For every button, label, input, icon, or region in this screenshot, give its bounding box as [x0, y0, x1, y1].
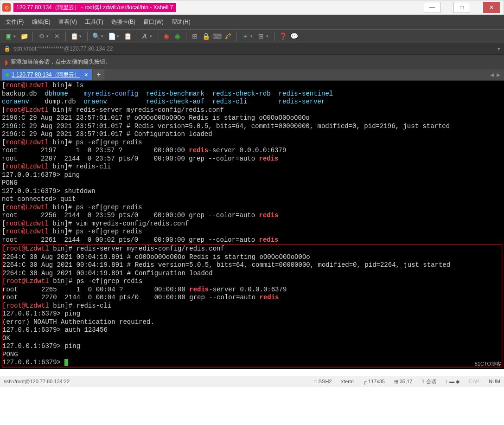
new-session-icon[interactable]: ▣: [4, 32, 13, 41]
close-button[interactable]: ✕: [483, 2, 500, 13]
grid-icon[interactable]: ⊞: [256, 32, 266, 41]
flag-icon[interactable]: ◗: [5, 58, 8, 66]
add-tab-button[interactable]: +: [93, 69, 104, 80]
highlight-icon[interactable]: 🖍: [223, 32, 233, 41]
tab-prev-icon[interactable]: ◀: [490, 72, 494, 78]
maximize-button[interactable]: □: [453, 2, 470, 13]
help-icon[interactable]: ❓: [278, 32, 287, 41]
font-icon[interactable]: A: [140, 32, 149, 41]
highlighted-region: [root@Lzdwtl bin]# redis-server myredis-…: [2, 245, 502, 367]
tab-next-icon[interactable]: ▶: [497, 72, 500, 78]
dropdown-icon[interactable]: ▾: [101, 34, 103, 39]
status-indicators: ↕ ▬ ◆: [446, 379, 460, 385]
status-cursor: ⊞ 35,17: [394, 379, 413, 385]
menu-window[interactable]: 窗口(W): [143, 19, 163, 25]
titlebar: ⊙ 120.77.80.134（阿里云） - root@Lzdwtl:/usr/…: [0, 0, 504, 15]
menu-help[interactable]: 帮助(H): [172, 19, 191, 25]
tab-label: 1 120.77.80.134（阿里云）: [12, 71, 80, 79]
tunnel-icon[interactable]: ⊞: [190, 32, 199, 41]
add-icon[interactable]: +: [241, 32, 250, 41]
lock-icon[interactable]: 🔒: [201, 32, 211, 41]
status-bar: ssh://root@120.77.80.134:22 □ SSH2 xterm…: [0, 376, 504, 387]
watermark: 51CTO博客: [0, 361, 501, 367]
dropdown-icon[interactable]: ▾: [79, 34, 82, 39]
lock-icon: 🔒: [4, 45, 11, 52]
xshell-icon[interactable]: ◉: [162, 32, 171, 41]
status-size: ┌ 117x35: [363, 379, 385, 384]
menu-file[interactable]: 文件(F): [6, 19, 24, 25]
terminal[interactable]: [root@Lzdwtl bin]# ls backup.db dbhome m…: [0, 80, 504, 369]
tab-row: 1 120.77.80.134（阿里云） × + ◀ ▶: [0, 69, 504, 80]
feedback-icon[interactable]: 💬: [289, 32, 299, 41]
menu-tools[interactable]: 工具(T): [85, 19, 103, 25]
keyboard-icon[interactable]: ⌨: [212, 32, 222, 41]
chevron-down-icon[interactable]: ▾: [498, 46, 500, 52]
menubar: 文件(F) 编辑(E) 查看(V) 工具(T) 选项卡(B) 窗口(W) 帮助(…: [0, 15, 504, 29]
status-protocol: □ SSH2: [314, 379, 332, 384]
status-path: ssh://root@120.77.80.134:22: [4, 379, 70, 384]
dropdown-icon[interactable]: ▾: [46, 34, 49, 39]
menu-tabs[interactable]: 选项卡(B): [111, 19, 135, 25]
copy-icon[interactable]: 📄: [107, 32, 116, 41]
status-num: NUM: [489, 379, 500, 384]
properties-icon[interactable]: 📋: [70, 32, 79, 41]
reconnect-icon[interactable]: ⟲: [37, 32, 46, 41]
hint-text: 要添加当前会话，点击左侧的箭头按钮。: [11, 58, 111, 66]
status-sessions: 1 会话: [422, 378, 436, 385]
url-field[interactable]: ssh://root:************@120.77.80.134:22: [13, 45, 498, 52]
status-dot-icon: [6, 73, 9, 77]
status-cap: CAP: [469, 379, 479, 384]
toolbar: ▣▾ 📁 ⟲▾ ✕ 📋▾ 🔍▾ 📄▾ 📋 A▾ ◉ ◉ ⊞ 🔒 ⌨ 🖍 +▾ ⊞…: [0, 29, 504, 43]
dropdown-icon[interactable]: ▾: [13, 34, 16, 39]
disconnect-icon[interactable]: ✕: [52, 32, 62, 41]
dropdown-icon[interactable]: ▾: [150, 34, 152, 39]
folder-icon[interactable]: 📁: [19, 32, 29, 41]
xftp-icon[interactable]: ◉: [173, 32, 182, 41]
window-title: 120.77.80.134（阿里云） - root@Lzdwtl:/usr/lo…: [13, 3, 176, 12]
menu-view[interactable]: 查看(V): [58, 19, 77, 25]
search-icon[interactable]: 🔍: [91, 32, 101, 41]
close-tab-icon[interactable]: ×: [84, 71, 88, 78]
dropdown-icon[interactable]: ▾: [117, 34, 119, 39]
status-term: xterm: [341, 379, 354, 384]
minimize-button[interactable]: —: [424, 2, 440, 13]
session-tab[interactable]: 1 120.77.80.134（阿里云） ×: [2, 69, 92, 80]
dropdown-icon[interactable]: ▾: [250, 34, 253, 39]
menu-edit[interactable]: 编辑(E): [32, 19, 51, 25]
address-bar: 🔒 ssh://root:************@120.77.80.134:…: [0, 43, 504, 54]
app-logo-icon: ⊙: [2, 3, 11, 12]
hint-bar: ◗ 要添加当前会话，点击左侧的箭头按钮。: [0, 54, 504, 69]
paste-icon[interactable]: 📋: [123, 32, 132, 41]
dropdown-icon[interactable]: ▾: [266, 34, 268, 39]
